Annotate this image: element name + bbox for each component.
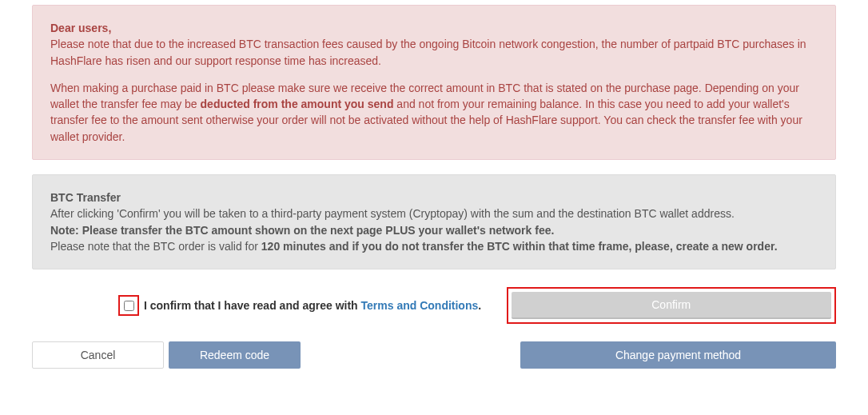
info-line-1: After clicking 'Confirm' you will be tak… [50,206,818,221]
cancel-button[interactable]: Cancel [32,341,164,369]
confirm-cell: Confirm [507,287,836,324]
checkout-page: Dear users, Please note that due to the … [0,0,868,393]
checkbox-highlight [118,295,139,316]
terms-checkbox[interactable] [124,301,134,311]
redeem-code-button[interactable]: Redeem code [169,341,301,369]
alert-paragraph-1: Please note that due to the increased BT… [50,38,806,66]
confirm-highlight: Confirm [507,287,836,324]
confirm-button[interactable]: Confirm [512,292,831,319]
terms-row: I confirm that I have read and agree wit… [32,287,836,324]
btc-transfer-info: BTC Transfer After clicking 'Confirm' yo… [32,174,836,269]
action-row: Cancel Redeem code Change payment method [32,341,836,369]
alert-paragraph-2: When making a purchase paid in BTC pleas… [50,80,818,145]
info-title: BTC Transfer [50,190,818,206]
alert-salutation: Dear users, [50,22,111,34]
terms-link[interactable]: Terms and Conditions [361,299,479,312]
info-line-2: Note: Please transfer the BTC amount sho… [50,222,818,238]
warning-alert: Dear users, Please note that due to the … [32,5,836,160]
change-payment-method-button[interactable]: Change payment method [520,341,836,369]
info-line-3: Please note that the BTC order is valid … [50,238,818,254]
terms-label: I confirm that I have read and agree wit… [144,299,481,312]
terms-left: I confirm that I have read and agree wit… [32,295,507,316]
